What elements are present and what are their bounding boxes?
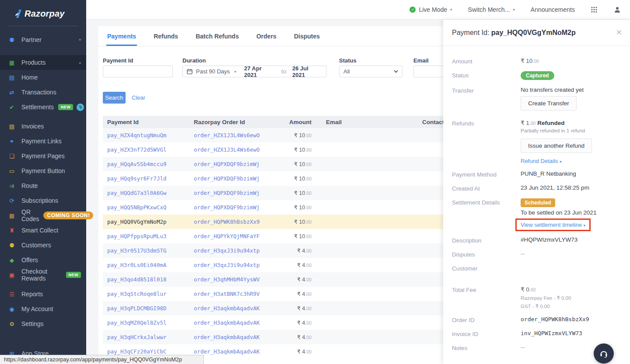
table-row[interactable]: pay_H3qMZ0Qel8Zv5lorder_H3aqkmbAqadvAK₹ … — [103, 315, 443, 330]
order-id-link[interactable]: order_HZX1J3L4Ws6ewO — [194, 146, 260, 153]
sidebar-item-offers[interactable]: ◆Offers — [0, 253, 86, 267]
payment-id-link[interactable]: pay_H3qStcRoqe8lur — [107, 291, 166, 297]
duration-preset-dropdown[interactable]: Past 90 Days ▾ — [182, 66, 241, 77]
issue-refund-button[interactable]: Issue another Refund — [521, 139, 592, 153]
payment-id-link[interactable]: pay_H3qMZ0Qel8Zv5l — [107, 319, 166, 326]
profile-button[interactable] — [613, 6, 621, 14]
refund-details-link[interactable]: Refund Details ▾ — [521, 158, 561, 164]
order-id-link[interactable]: order_HQPYkYQjMNFaYF — [194, 233, 260, 239]
badge-coming-soon-: COMING SOON! — [43, 211, 93, 219]
payment-id-filter-input[interactable] — [103, 66, 173, 77]
announcements-menu[interactable]: Announcements — [531, 6, 575, 13]
sidebar-item-subscriptions[interactable]: ⟳Subscriptions — [0, 193, 86, 208]
sidebar-item-products[interactable]: ▦Products▴ — [0, 55, 86, 70]
table-row[interactable]: pay_HQQ5NBpPKxwCxQorder_HQPXDQF9bzimWj₹ … — [103, 200, 443, 215]
apps-grid-button[interactable] — [591, 6, 598, 13]
tab-batch-refunds[interactable]: Batch Refunds — [195, 27, 240, 46]
sidebar-item-route[interactable]: ⇉Route — [0, 178, 86, 193]
order-id-link[interactable]: order_HZX1J3L4Ws6ewO — [194, 132, 260, 139]
column-header-payment-id: Payment Id — [103, 119, 194, 125]
payment-id-link[interactable]: pay_H3qHCrkxJalwwr — [107, 334, 166, 340]
date-range-picker[interactable]: 27 Apr 2021 to 26 Jul 2021 — [240, 66, 326, 77]
order-id-link[interactable]: order_HQPXDQF9bzimWj — [194, 190, 260, 196]
payment-id-link[interactable]: pay_HQqAv5Sb4mccu9 — [107, 161, 166, 167]
sidebar-item-checkout-rewards[interactable]: ▣Checkout RewardsNEW — [0, 267, 86, 282]
order-id-link[interactable]: order_HQPWK8hBsbzXx9 — [194, 218, 260, 225]
amount-cell: ₹ 10.00 — [281, 233, 312, 239]
tab-orders[interactable]: Orders — [256, 27, 277, 46]
view-settlement-timeline-link[interactable]: View settlement timeline ▾ — [521, 222, 585, 228]
support-fab-button[interactable] — [594, 343, 614, 364]
sidebar-item-transactions[interactable]: ⇄Transactions — [0, 85, 86, 100]
tab-payments[interactable]: Payments — [106, 27, 137, 46]
sidebar-item-payment-links[interactable]: ⚭Payment Links — [0, 134, 86, 149]
razorpay-logo[interactable]: Razorpay — [0, 0, 86, 26]
sidebar-item-qr-codes[interactable]: ▩QR CodesCOMING SOON! — [0, 208, 86, 223]
amount-cell: ₹ 4.00 — [281, 247, 312, 254]
payment-id-link[interactable]: pay_H3qo4d8518l018 — [107, 276, 166, 283]
invoice-id-link[interactable]: inv_HQPWIzmxVLYW73 — [521, 330, 582, 337]
payment-id-link[interactable]: pay_H3qCFz20aYiCbC — [107, 348, 166, 355]
order-id-link[interactable]: order_HQPWK8hBsbzXx9 — [521, 316, 589, 323]
table-row[interactable]: pay_H3r0Ls0Ei040mAorder_H3qxJ3i9u94xtp₹ … — [103, 258, 443, 272]
table-row[interactable]: pay_HQQ0VGgYmNoM2porder_HQPWK8hBsbzXx9₹ … — [103, 215, 443, 229]
order-id-link[interactable]: order_H3aqkmbAqadvAK — [194, 305, 260, 312]
table-row[interactable]: pay_H3qHCrkxJalwwrorder_H3aqkmbAqadvAK₹ … — [103, 330, 443, 344]
table-row[interactable]: pay_HZX3nf72d5WVGlorder_HZX1J3L4Ws6ewO₹ … — [103, 142, 443, 157]
sidebar-item-payment-button[interactable]: ▭Payment Button — [0, 163, 86, 178]
payment-id-link[interactable]: pay_H3r0517U3dmSTG — [107, 247, 166, 254]
order-id-link[interactable]: order_H3aqkmbAqadvAK — [194, 348, 260, 355]
sidebar-item-settings[interactable]: ⚙Settings — [0, 316, 86, 331]
sidebar-item-payment-pages[interactable]: ❏Payment Pages — [0, 149, 86, 163]
table-row[interactable]: pay_HQQdG7a3l0A6Gworder_HQPXDQF9bzimWj₹ … — [103, 186, 443, 200]
order-id-link[interactable]: order_HQPXDQF9bzimWj — [194, 175, 260, 182]
sidebar-item-partner[interactable]: ⚉Partner▾ — [0, 32, 86, 47]
sidebar-item-customers[interactable]: ⚉Customers — [0, 238, 86, 253]
order-id-link[interactable]: order_HQPXDQF9bzimWj — [194, 161, 260, 167]
sidebar-item-home[interactable]: ▤Home — [0, 70, 86, 85]
email-filter-input[interactable] — [413, 66, 443, 77]
tab-refunds[interactable]: Refunds — [153, 27, 179, 46]
tab-disputes[interactable]: Disputes — [293, 27, 321, 46]
sidebar-item-invoices[interactable]: ▤Invoices — [0, 119, 86, 134]
sidebar-item-my-account[interactable]: ◉My Account — [0, 302, 86, 316]
payment-id-link[interactable]: pay_H3qPLDCMBGI98D — [107, 305, 166, 312]
order-id-link[interactable]: order_H3aqkmbAqadvAK — [194, 334, 260, 340]
status-filter-select[interactable]: All — [339, 66, 402, 77]
search-button[interactable]: Search — [103, 92, 126, 104]
order-id-link[interactable]: order_H3qxJ3i9u94xtp — [194, 262, 260, 268]
sidebar-item-label: Reports — [21, 291, 43, 298]
table-row[interactable]: pay_HQPfppsRpuMLu3order_HQPYkYQjMNFaYF₹ … — [103, 229, 443, 243]
switch-merchant-menu[interactable]: Switch Merch... ▾ — [468, 6, 515, 13]
order-id-link[interactable]: order_H3qhMHbM4YysWV — [194, 276, 260, 283]
settlement-details-label: Settlement Details — [452, 198, 521, 231]
payment-id-link[interactable]: pay_H3r0Ls0Ei040mA — [107, 262, 166, 268]
create-transfer-button[interactable]: Create Transfer — [521, 96, 577, 111]
payment-id-link[interactable]: pay_HQQ0VGgYmNoM2p — [107, 218, 166, 225]
payment-id-link[interactable]: pay_HZX4qntugNmuQm — [107, 132, 166, 139]
table-row[interactable]: pay_H3qo4d8518l018order_H3qhMHbM4YysWV₹ … — [103, 272, 443, 287]
clear-button[interactable]: Clear — [132, 94, 145, 101]
order-id-link[interactable]: order_H3atBNK7c3hR9V — [194, 291, 260, 297]
table-row[interactable]: pay_H3r0517U3dmSTGorder_H3qxJ3i9u94xtp₹ … — [103, 243, 443, 258]
refunds-amount: ₹ 1.00 Refunded — [521, 119, 592, 126]
payment-id-link[interactable]: pay_HQQdG7a3l0A6Gw — [107, 190, 166, 196]
payment-id-link[interactable]: pay_HQPfppsRpuMLu3 — [107, 233, 166, 239]
close-icon[interactable]: ✕ — [616, 28, 622, 37]
table-row[interactable]: pay_HQqAv5Sb4mccu9order_HQPXDQF9bzimWj₹ … — [103, 157, 443, 171]
table-row[interactable]: pay_HQq9syr6Fr7Jldorder_HQPXDQF9bzimWj₹ … — [103, 171, 443, 186]
order-id-link[interactable]: order_HQPXDQF9bzimWj — [194, 204, 260, 211]
live-mode-menu[interactable]: ✓ Live Mode ▾ — [410, 6, 452, 13]
sidebar-item-smart-collect[interactable]: ♜Smart Collect — [0, 223, 86, 238]
sidebar-item-settlements[interactable]: ✔SettlementsNEWϟ — [0, 100, 86, 114]
payment-id-link[interactable]: pay_HQQ5NBpPKxwCxQ — [107, 204, 166, 211]
order-id-link[interactable]: order_H3aqkmbAqadvAK — [194, 319, 260, 326]
table-row[interactable]: pay_HZX4qntugNmuQmorder_HZX1J3L4Ws6ewO₹ … — [103, 128, 443, 142]
order-id-link[interactable]: order_H3qxJ3i9u94xtp — [194, 247, 260, 254]
table-row[interactable]: pay_H3qStcRoqe8lurorder_H3atBNK7c3hR9V₹ … — [103, 287, 443, 301]
table-row[interactable]: pay_H3qPLDCMBGI98Dorder_H3aqkmbAqadvAK₹ … — [103, 301, 443, 315]
payment-id-link[interactable]: pay_HQq9syr6Fr7Jld — [107, 175, 166, 182]
chevron-down-icon: ▾ — [513, 7, 515, 12]
payment-id-link[interactable]: pay_HZX3nf72d5WVGl — [107, 146, 166, 153]
sidebar-item-reports[interactable]: ☰Reports — [0, 287, 86, 302]
